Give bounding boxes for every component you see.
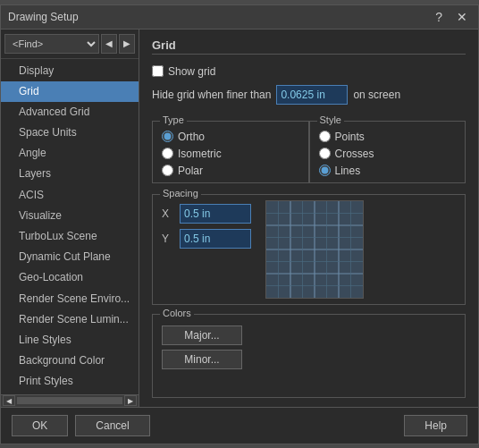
tree-item-dynamic-cut-plane[interactable]: Dynamic Cut Plane: [1, 247, 139, 267]
style-crosses-radio[interactable]: [319, 148, 331, 159]
bottom-bar-inner: OK Cancel Help: [12, 415, 467, 436]
find-bar: <Find> ◀ ▶: [1, 30, 139, 59]
style-points-label[interactable]: Points: [319, 131, 457, 143]
major-button[interactable]: Major...: [162, 325, 242, 345]
type-isometric-radio[interactable]: [162, 148, 173, 159]
horizontal-scrollbar: ◀ ▶: [1, 394, 139, 407]
right-panel: Grid Show grid Hide grid when finer than…: [139, 30, 478, 407]
spacing-y-label: Y: [162, 232, 172, 245]
tree-item-advanced-grid[interactable]: Advanced Grid: [1, 102, 139, 123]
show-grid-label[interactable]: Show grid: [152, 65, 215, 78]
spacing-grid: X Y: [162, 200, 456, 299]
next-arrow-btn[interactable]: ▶: [119, 34, 135, 54]
cancel-button[interactable]: Cancel: [75, 415, 149, 436]
style-group: Style Points Crosses Lines: [309, 121, 466, 183]
type-ortho-text: Ortho: [178, 131, 205, 143]
spacing-x-row: X: [162, 204, 251, 224]
style-points-radio[interactable]: [319, 131, 331, 142]
colors-group: Colors Major... Minor...: [152, 314, 466, 398]
minor-button[interactable]: Minor...: [162, 350, 242, 369]
find-select[interactable]: <Find>: [4, 34, 99, 54]
type-style-row: Type Ortho Isometric Polar: [152, 115, 466, 183]
colors-group-label: Colors: [160, 308, 194, 318]
prev-arrow-btn[interactable]: ◀: [101, 34, 117, 54]
hide-grid-row: Hide grid when finer than on screen: [152, 85, 466, 105]
title-bar: Drawing Setup ? ✕: [1, 5, 478, 30]
drawing-setup-dialog: Drawing Setup ? ✕ <Find> ◀ ▶ DisplayGrid…: [0, 4, 479, 444]
bottom-center-buttons: OK Cancel: [12, 415, 150, 436]
main-content: <Find> ◀ ▶ DisplayGridAdvanced GridSpace…: [1, 30, 478, 407]
style-group-label: Style: [317, 114, 344, 125]
dialog-title: Drawing Setup: [8, 11, 79, 23]
type-ortho-radio[interactable]: [162, 131, 173, 142]
tree-item-layers[interactable]: Layers: [1, 164, 139, 184]
style-lines-text: Lines: [335, 165, 361, 177]
hide-grid-input[interactable]: [276, 85, 348, 105]
type-isometric-label[interactable]: Isometric: [162, 148, 299, 160]
tree-item-print-styles[interactable]: Print Styles: [1, 371, 139, 392]
tree-list: DisplayGridAdvanced GridSpace UnitsAngle…: [1, 59, 139, 394]
spacing-x-input[interactable]: [180, 204, 251, 224]
spacing-y-input[interactable]: [180, 229, 251, 249]
type-group: Type Ortho Isometric Polar: [152, 121, 309, 183]
tree-item-line-styles[interactable]: Line Styles: [1, 330, 139, 351]
type-ortho-label[interactable]: Ortho: [162, 131, 299, 143]
spacing-inputs: X Y: [162, 200, 251, 249]
tree-item-angle[interactable]: Angle: [1, 143, 139, 164]
show-grid-row: Show grid: [152, 65, 466, 78]
left-panel: <Find> ◀ ▶ DisplayGridAdvanced GridSpace…: [1, 30, 139, 407]
style-lines-radio[interactable]: [319, 165, 331, 176]
spacing-group: Spacing X Y: [152, 194, 466, 305]
hide-grid-label: Hide grid when finer than: [152, 89, 271, 101]
tree-item-display[interactable]: Display: [1, 61, 139, 81]
spacing-group-label: Spacing: [160, 188, 201, 199]
help-button[interactable]: Help: [404, 415, 467, 436]
scroll-left-btn[interactable]: ◀: [3, 395, 15, 406]
help-icon-btn[interactable]: ?: [432, 11, 446, 23]
tree-item-render-scene-lumin[interactable]: Render Scene Lumin...: [1, 309, 139, 330]
spacing-x-label: X: [162, 207, 172, 220]
type-polar-text: Polar: [178, 165, 203, 177]
show-grid-text: Show grid: [168, 65, 215, 78]
tree-item-render-scene-enviro[interactable]: Render Scene Enviro...: [1, 289, 139, 309]
style-crosses-text: Crosses: [335, 148, 374, 160]
tree-item-acis[interactable]: ACIS: [1, 185, 139, 206]
tree-item-space-units[interactable]: Space Units: [1, 123, 139, 143]
type-group-label: Type: [160, 114, 187, 125]
spacing-y-row: Y: [162, 229, 251, 249]
style-lines-label[interactable]: Lines: [319, 165, 457, 177]
tree-item-grid[interactable]: Grid: [1, 81, 139, 102]
bottom-bar: OK Cancel Help: [1, 407, 478, 444]
style-radio-group: Points Crosses Lines: [319, 131, 457, 177]
scroll-thumb[interactable]: [17, 397, 122, 404]
type-polar-label[interactable]: Polar: [162, 165, 299, 177]
colors-buttons: Major... Minor...: [162, 325, 456, 369]
style-crosses-label[interactable]: Crosses: [319, 148, 457, 160]
tree-item-geo-location[interactable]: Geo-Location: [1, 267, 139, 288]
show-grid-checkbox[interactable]: [152, 65, 164, 77]
on-screen-label: on screen: [353, 89, 400, 101]
grid-preview: [265, 200, 364, 299]
tree-item-background-color[interactable]: Background Color: [1, 351, 139, 371]
style-points-text: Points: [335, 131, 365, 143]
type-isometric-text: Isometric: [178, 148, 222, 160]
title-bar-controls: ? ✕: [432, 11, 471, 23]
section-title: Grid: [152, 38, 466, 55]
tree-item-turbolux-scene[interactable]: TurboLux Scene: [1, 226, 139, 247]
close-button[interactable]: ✕: [453, 11, 471, 23]
type-radio-group: Ortho Isometric Polar: [162, 131, 299, 177]
ok-button[interactable]: OK: [12, 415, 68, 436]
type-polar-radio[interactable]: [162, 165, 173, 176]
tree-item-visualize[interactable]: Visualize: [1, 206, 139, 226]
scroll-right-btn[interactable]: ▶: [124, 395, 137, 406]
